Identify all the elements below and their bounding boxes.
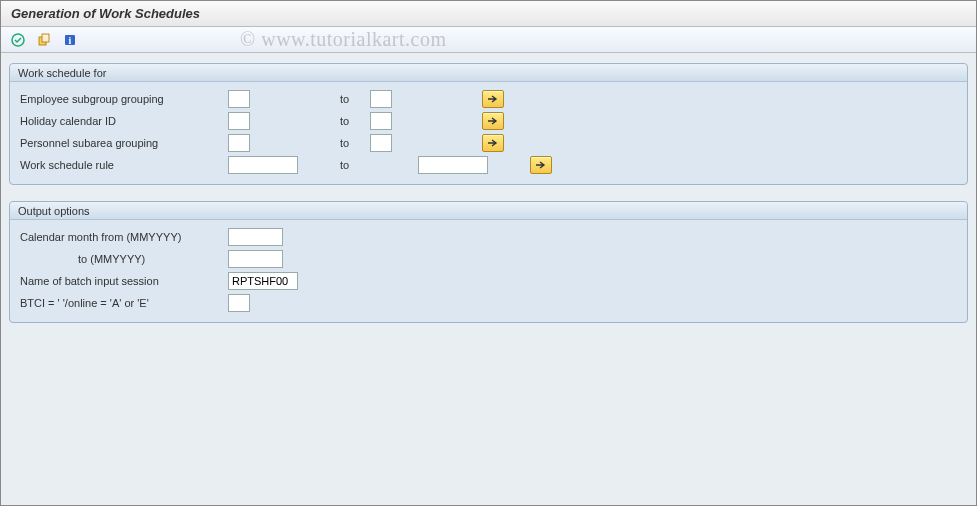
- input-hcal-to[interactable]: [370, 112, 392, 130]
- row-btci: BTCI = ' '/online = 'A' or 'E': [18, 292, 959, 314]
- label-btci: BTCI = ' '/online = 'A' or 'E': [18, 297, 228, 309]
- content-area: Work schedule for Employee subgroup grou…: [1, 53, 976, 505]
- info-button[interactable]: i: [59, 30, 81, 50]
- to-label: to: [250, 115, 370, 127]
- row-esg: Employee subgroup grouping to: [18, 88, 959, 110]
- input-esg-from[interactable]: [228, 90, 250, 108]
- label-batch-name: Name of batch input session: [18, 275, 228, 287]
- to-label: to: [250, 93, 370, 105]
- to-label: to: [298, 159, 418, 171]
- group-work-schedule-title: Work schedule for: [10, 64, 967, 82]
- input-psa-from[interactable]: [228, 134, 250, 152]
- row-month-to: to (MMYYYY): [18, 248, 959, 270]
- input-batch-name[interactable]: [228, 272, 298, 290]
- row-hcal: Holiday calendar ID to: [18, 110, 959, 132]
- row-batch-name: Name of batch input session: [18, 270, 959, 292]
- input-month-to[interactable]: [228, 250, 283, 268]
- multi-select-psa[interactable]: [482, 134, 504, 152]
- row-wsr: Work schedule rule to: [18, 154, 959, 176]
- page-title: Generation of Work Schedules: [11, 6, 200, 21]
- input-esg-to[interactable]: [370, 90, 392, 108]
- execute-button[interactable]: [7, 30, 29, 50]
- arrow-right-icon: [535, 160, 547, 170]
- label-month-from: Calendar month from (MMYYYY): [18, 231, 228, 243]
- arrow-right-icon: [487, 138, 499, 148]
- label-esg: Employee subgroup grouping: [18, 93, 228, 105]
- arrow-right-icon: [487, 94, 499, 104]
- row-psa: Personnel subarea grouping to: [18, 132, 959, 154]
- page-header: Generation of Work Schedules: [1, 1, 976, 27]
- to-label: to: [250, 137, 370, 149]
- group-work-schedule-body: Employee subgroup grouping to Holiday ca…: [10, 82, 967, 184]
- info-icon: i: [63, 33, 77, 47]
- app-toolbar: i: [1, 27, 976, 53]
- input-wsr-from[interactable]: [228, 156, 298, 174]
- svg-text:i: i: [69, 35, 72, 46]
- multi-select-hcal[interactable]: [482, 112, 504, 130]
- input-month-from[interactable]: [228, 228, 283, 246]
- group-output-options: Output options Calendar month from (MMYY…: [9, 201, 968, 323]
- label-hcal: Holiday calendar ID: [18, 115, 228, 127]
- input-btci[interactable]: [228, 294, 250, 312]
- svg-rect-2: [42, 34, 49, 42]
- group-output-body: Calendar month from (MMYYYY) to (MMYYYY)…: [10, 220, 967, 322]
- input-psa-to[interactable]: [370, 134, 392, 152]
- row-month-from: Calendar month from (MMYYYY): [18, 226, 959, 248]
- multi-select-wsr[interactable]: [530, 156, 552, 174]
- label-psa: Personnel subarea grouping: [18, 137, 228, 149]
- group-output-title: Output options: [10, 202, 967, 220]
- arrow-right-icon: [487, 116, 499, 126]
- input-hcal-from[interactable]: [228, 112, 250, 130]
- execute-icon: [11, 33, 25, 47]
- variants-button[interactable]: [33, 30, 55, 50]
- input-wsr-to[interactable]: [418, 156, 488, 174]
- group-work-schedule: Work schedule for Employee subgroup grou…: [9, 63, 968, 185]
- multi-select-esg[interactable]: [482, 90, 504, 108]
- copy-variant-icon: [37, 33, 51, 47]
- label-wsr: Work schedule rule: [18, 159, 228, 171]
- label-month-to: to (MMYYYY): [18, 253, 228, 265]
